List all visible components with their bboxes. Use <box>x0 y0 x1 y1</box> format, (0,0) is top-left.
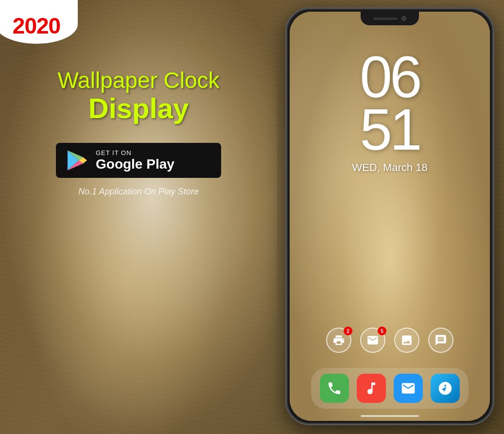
year-text: 2020 <box>13 13 60 39</box>
phone-notch <box>361 12 419 25</box>
notification-row: 2 5 <box>326 328 453 353</box>
chat-icon <box>434 334 447 347</box>
printer-icon <box>332 334 345 347</box>
notif-mail: 5 <box>360 328 385 353</box>
dock-safari-icon[interactable] <box>431 374 460 403</box>
notif-badge-mail: 5 <box>378 327 386 335</box>
play-text-wrap: GET IT ON Google Play <box>96 149 174 172</box>
left-content: 2020 Wallpaper Clock Display GET IT ON G… <box>0 0 277 434</box>
tagline: No.1 Application On Play Store <box>78 187 198 197</box>
get-it-on-text: GET IT ON <box>96 149 132 156</box>
phone-mockup: 06 51 WED, March 18 2 5 <box>285 7 494 425</box>
safari-svg-icon <box>437 381 453 396</box>
year-badge: 2020 <box>0 0 78 44</box>
power-button <box>493 67 494 96</box>
notif-printer: 2 <box>326 328 351 353</box>
mail-icon <box>366 334 379 347</box>
home-indicator <box>361 415 419 417</box>
phone-screen: 06 51 WED, March 18 2 5 <box>290 12 490 421</box>
clock-date: WED, March 18 <box>352 161 427 174</box>
clock-display: 06 51 WED, March 18 <box>352 51 427 174</box>
notif-gallery <box>394 328 419 353</box>
music-svg-icon <box>364 381 379 396</box>
dock-music-icon[interactable] <box>357 374 386 403</box>
google-play-button[interactable]: GET IT ON Google Play <box>56 143 221 178</box>
mute-button <box>285 57 286 74</box>
mail-svg-icon <box>400 381 416 396</box>
clock-hour: 06 <box>352 51 427 103</box>
notif-badge-printer: 2 <box>344 327 352 335</box>
volume-up-button <box>285 84 286 111</box>
title-line1: Wallpaper Clock <box>57 68 219 93</box>
phone-speaker <box>373 17 398 20</box>
google-play-store-name: Google Play <box>96 156 174 172</box>
notif-chat <box>428 328 453 353</box>
phone-svg-icon <box>327 381 342 396</box>
clock-minute: 51 <box>352 103 427 156</box>
volume-down-button <box>285 116 286 142</box>
phone-dock <box>311 368 469 409</box>
phone-camera <box>401 16 406 21</box>
gallery-icon <box>400 334 413 347</box>
title-line2: Display <box>57 93 219 124</box>
google-play-icon <box>66 149 89 172</box>
dock-mail-icon[interactable] <box>394 374 423 403</box>
title-section: Wallpaper Clock Display <box>48 68 229 123</box>
dock-phone-icon[interactable] <box>320 374 349 403</box>
